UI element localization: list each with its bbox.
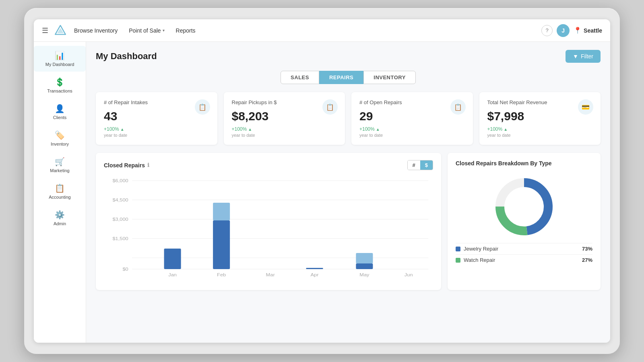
user-avatar-button[interactable]: J [557, 24, 570, 37]
repair-intakes-icon: 📋 [195, 99, 210, 115]
chart-toggle-hash[interactable]: # [408, 160, 420, 170]
chart-toggle: # $ [407, 160, 433, 170]
nav-browse-inventory[interactable]: Browse Inventory [74, 27, 118, 34]
svg-text:Apr: Apr [311, 272, 319, 278]
marketing-icon: 🛒 [55, 157, 65, 167]
repair-intakes-change: +100% ▲ [104, 126, 209, 132]
jewelry-pct: 73% [582, 246, 592, 252]
help-button[interactable]: ? [541, 25, 553, 36]
top-nav: ☰ Browse Inventory Point of Sale ▾ Repor… [34, 19, 610, 42]
jewelry-legend-dot [456, 247, 460, 251]
donut-container [456, 175, 592, 239]
sidebar-item-my-dashboard[interactable]: 📊 My Dashboard [34, 46, 86, 72]
svg-text:$3,000: $3,000 [112, 217, 128, 222]
sidebar-item-inventory[interactable]: 🏷️ Inventory [34, 125, 86, 151]
svg-rect-16 [213, 203, 230, 220]
location-icon: 📍 [574, 27, 582, 34]
net-revenue-change: +100% ▲ [487, 126, 593, 132]
transactions-icon: 💲 [55, 77, 65, 87]
device-frame: ☰ Browse Inventory Point of Sale ▾ Repor… [24, 8, 620, 354]
clients-icon: 👤 [55, 104, 65, 113]
chart-title: Closed Repairs ℹ [104, 162, 149, 169]
app-logo [54, 24, 67, 37]
donut-chart-card: Closed Repairs Breakdown By Type [448, 153, 601, 290]
app-window: ☰ Browse Inventory Point of Sale ▾ Repor… [34, 19, 610, 343]
stat-card-repair-intakes: 📋 # of Repair Intakes 43 +100% ▲ year to… [96, 92, 217, 145]
tab-row: SALES REPAIRS INVENTORY [96, 71, 601, 84]
watch-legend-dot [456, 258, 460, 263]
donut-svg [492, 175, 556, 239]
chart-header: Closed Repairs ℹ # $ [104, 160, 433, 170]
content-header: My Dashboard ▼ Filter [96, 50, 601, 63]
bar-chart-svg: $6,000 $4,500 $3,000 $1,500 $0 Jan [104, 177, 433, 281]
nav-reports[interactable]: Reports [176, 27, 196, 34]
svg-text:Jun: Jun [405, 272, 413, 278]
repair-pickups-icon: 📋 [322, 99, 338, 115]
open-repairs-icon: 📋 [450, 99, 466, 115]
admin-icon: ⚙️ [55, 210, 65, 220]
sidebar-item-clients[interactable]: 👤 Clients [34, 99, 86, 125]
page-title: My Dashboard [96, 51, 157, 62]
sidebar-item-accounting[interactable]: 📋 Accounting [34, 179, 86, 204]
svg-text:$4,500: $4,500 [112, 197, 128, 203]
sidebar: 📊 My Dashboard 💲 Transactions 👤 Clients … [34, 42, 86, 343]
svg-text:Mar: Mar [266, 272, 275, 278]
svg-text:$6,000: $6,000 [112, 178, 128, 183]
location-selector[interactable]: 📍 Seattle [574, 27, 602, 34]
svg-text:May: May [359, 272, 369, 278]
nav-links: Browse Inventory Point of Sale ▾ Reports [74, 27, 541, 34]
stat-card-open-repairs: 📋 # of Open Repairs 29 +100% ▲ year to d… [351, 92, 473, 145]
svg-rect-19 [306, 268, 323, 269]
net-revenue-icon: 💳 [578, 99, 593, 115]
content-area: My Dashboard ▼ Filter SALES REPAIRS INVE… [86, 42, 610, 343]
open-repairs-change: +100% ▲ [359, 126, 465, 132]
svg-rect-15 [213, 220, 230, 269]
tab-inventory[interactable]: INVENTORY [363, 71, 416, 84]
svg-text:Feb: Feb [217, 272, 226, 278]
filter-icon: ▼ [573, 53, 578, 60]
filter-button[interactable]: ▼ Filter [566, 50, 601, 63]
tab-repairs[interactable]: REPAIRS [319, 71, 363, 84]
svg-rect-13 [164, 249, 181, 269]
hamburger-icon[interactable]: ☰ [42, 26, 48, 35]
svg-text:$0: $0 [122, 267, 128, 272]
svg-rect-21 [356, 263, 373, 269]
nav-point-of-sale[interactable]: Point of Sale ▾ [129, 27, 164, 34]
inventory-icon: 🏷️ [55, 130, 65, 140]
svg-rect-22 [356, 253, 373, 263]
sidebar-item-marketing[interactable]: 🛒 Marketing [34, 152, 86, 178]
closed-repairs-chart-card: Closed Repairs ℹ # $ [96, 153, 441, 290]
donut-chart-title: Closed Repairs Breakdown By Type [456, 160, 552, 167]
accounting-icon: 📋 [55, 183, 65, 193]
point-of-sale-arrow: ▾ [163, 28, 165, 33]
stat-card-repair-pickups: 📋 Repair Pickups in $ $8,203 +100% ▲ yea… [224, 92, 345, 145]
legend-watch: Watch Repair 27% [456, 254, 592, 265]
nav-right: ? J 📍 Seattle [541, 24, 602, 37]
tab-sales[interactable]: SALES [281, 71, 319, 84]
charts-row: Closed Repairs ℹ # $ [96, 153, 601, 290]
main-area: 📊 My Dashboard 💲 Transactions 👤 Clients … [34, 42, 610, 343]
watch-pct: 27% [582, 257, 592, 263]
legend-jewelry: Jewelry Repair 73% [456, 243, 592, 254]
sidebar-item-admin[interactable]: ⚙️ Admin [34, 205, 86, 231]
dashboard-icon: 📊 [55, 51, 65, 60]
sidebar-item-transactions[interactable]: 💲 Transactions [34, 72, 86, 98]
stat-card-net-revenue: 💳 Total Net Repair Revenue $7,998 +100% … [479, 92, 601, 145]
chart-info-icon: ℹ [147, 162, 149, 168]
svg-text:$1,500: $1,500 [112, 236, 128, 241]
chart-toggle-dollar[interactable]: $ [420, 160, 433, 170]
stat-cards: 📋 # of Repair Intakes 43 +100% ▲ year to… [96, 92, 601, 145]
donut-chart-header: Closed Repairs Breakdown By Type [456, 160, 592, 167]
svg-text:Jan: Jan [168, 272, 177, 278]
repair-pickups-change: +100% ▲ [232, 126, 337, 132]
